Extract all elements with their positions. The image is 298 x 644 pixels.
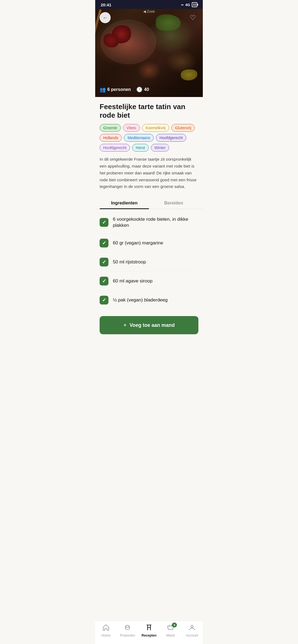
back-label: ◀ Zoek (143, 9, 155, 14)
ingredient-text-4: 60 ml agave siroop (113, 278, 153, 284)
tag-hoofdgerecht1[interactable]: Hoofdgerecht (156, 134, 186, 142)
ingredient-item: ✓ 60 gr (vegan) margarine (100, 234, 198, 253)
add-to-cart-label: Voeg toe aan mand (130, 322, 175, 328)
ingredient-text-2: 60 gr (vegan) margarine (113, 240, 163, 246)
content-area: Feestelijke tarte tatin van rode biet Gr… (95, 97, 203, 366)
ingredient-text-3: 50 ml rijststroop (113, 259, 146, 265)
food-beet2 (103, 34, 119, 47)
add-to-cart-button[interactable]: + Voeg toe aan mand (100, 316, 198, 334)
ingredient-item: ✓ ½ pak (vegan) bladerdeeg (100, 291, 198, 309)
tab-ingredienten[interactable]: Ingredienten (100, 197, 149, 209)
hero-image: ← ◀ Zoek ♡ 👥 6 personen 🕐 40 (95, 9, 203, 97)
ingredient-text-1: 6 voorgekookte rode bieten, in dikke pla… (113, 216, 198, 228)
time-info: 🕐 40 (136, 87, 149, 93)
check-icon: ✓ (102, 297, 106, 303)
ingredients-list: ✓ 6 voorgekookte rode bieten, in dikke p… (100, 209, 198, 312)
tag-vlees[interactable]: Vlees (123, 124, 140, 132)
persons-label: 6 personen (107, 87, 131, 92)
hero-top-bar: ← ◀ Zoek ♡ (95, 9, 203, 26)
tag-herst[interactable]: Herst (132, 144, 148, 152)
back-button[interactable]: ← (100, 12, 111, 23)
persons-info: 👥 6 personen (100, 87, 131, 93)
add-icon: + (123, 322, 127, 329)
tabs-container: Ingredienten Bereiden (95, 197, 203, 209)
ingredient-checkbox-3[interactable]: ✓ (100, 258, 108, 266)
tag-mediterraans[interactable]: Mediterraans (124, 134, 154, 142)
ingredient-item: ✓ 60 ml agave siroop (100, 272, 198, 291)
status-time: 20:41 (101, 2, 111, 7)
hero-info-bar: 👥 6 personen 🕐 40 (100, 87, 149, 93)
tag-hollands[interactable]: Hollands (100, 134, 122, 142)
recipe-description: In dit omgekeerde Franse taartje zit oor… (100, 156, 198, 190)
ingredient-checkbox-4[interactable]: ✓ (100, 277, 108, 285)
signal-icon: ▪▪ (181, 3, 183, 7)
favorite-button[interactable]: ♡ (187, 12, 198, 23)
battery-icon: 33 (192, 2, 197, 7)
tag-winter[interactable]: Winter (151, 144, 169, 152)
tag-glutenvrij[interactable]: Glutenvrij (171, 124, 195, 132)
ingredient-item: ✓ 50 ml rijststroop (100, 253, 198, 272)
tag-groente[interactable]: Groente (100, 124, 121, 132)
tag-hoofdgerecht2[interactable]: Hoofdgerecht (100, 144, 130, 152)
network-label: 4G (185, 3, 190, 7)
check-icon: ✓ (102, 219, 106, 225)
check-icon: ✓ (102, 240, 106, 246)
ingredient-text-5: ½ pak (vegan) bladerdeeg (113, 297, 167, 303)
time-label: 40 (144, 87, 149, 92)
tag-koemelkvrij[interactable]: Koemelkvrij (142, 124, 169, 132)
tab-bereiden[interactable]: Bereiden (149, 197, 198, 209)
check-icon: ✓ (102, 278, 106, 284)
ingredient-checkbox-1[interactable]: ✓ (100, 218, 108, 227)
status-bar: 20:41 ▪▪ 4G 33 (95, 0, 203, 9)
tags-container: Groente Vlees Koemelkvrij Glutenvrij Hol… (100, 124, 198, 152)
time-icon: 🕐 (136, 87, 142, 93)
ingredient-checkbox-2[interactable]: ✓ (100, 239, 108, 247)
check-icon: ✓ (102, 259, 106, 265)
ingredient-checkbox-5[interactable]: ✓ (100, 296, 108, 305)
recipe-title: Feestelijke tarte tatin van rode biet (100, 103, 198, 120)
status-right: ▪▪ 4G 33 (181, 2, 197, 7)
ingredient-item: ✓ 6 voorgekookte rode bieten, in dikke p… (100, 211, 198, 234)
persons-icon: 👥 (100, 87, 106, 93)
